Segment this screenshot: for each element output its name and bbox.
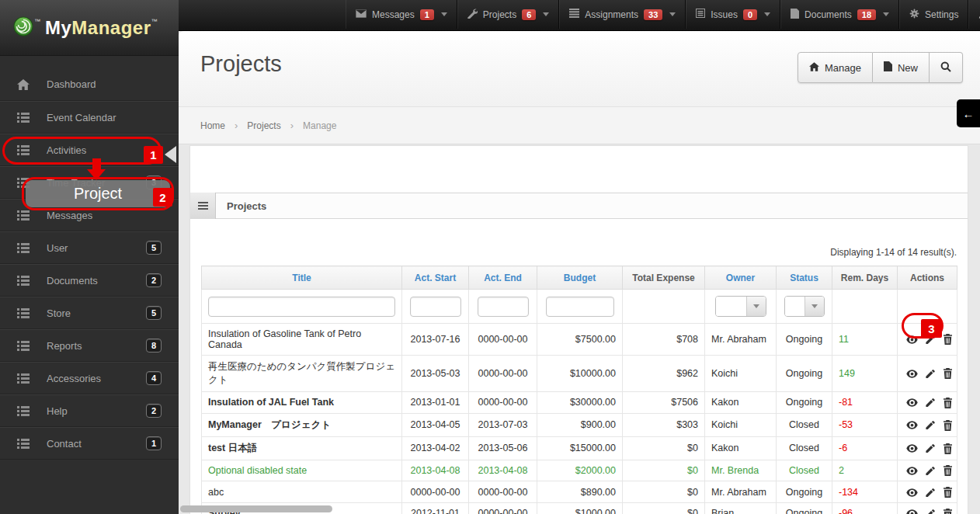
view-eye-icon[interactable] bbox=[906, 398, 918, 408]
cell-owner: Kakon bbox=[705, 436, 777, 460]
column-header-budget[interactable]: Budget bbox=[537, 266, 623, 290]
app-logo[interactable]: ™ MyManager ™ bbox=[0, 0, 179, 56]
title-filter-input[interactable] bbox=[208, 297, 395, 317]
cell-owner: Koichi bbox=[705, 356, 777, 392]
view-eye-icon[interactable] bbox=[906, 488, 918, 498]
new-button[interactable]: New bbox=[873, 52, 930, 83]
cell-rem-days: 11 bbox=[832, 324, 898, 356]
owner-filter-select[interactable] bbox=[715, 296, 766, 317]
edit-pencil-icon[interactable] bbox=[925, 420, 935, 430]
cell-status: Ongoing bbox=[777, 324, 832, 356]
status-filter-select[interactable] bbox=[784, 296, 825, 317]
nav-user-button[interactable]: Kakon Nag bbox=[968, 0, 980, 29]
nav-documents-button[interactable]: Documents 18 bbox=[780, 0, 899, 29]
sidebar-item-documents[interactable]: Documents 2 bbox=[0, 264, 179, 297]
breadcrumb-projects[interactable]: Projects bbox=[247, 120, 280, 131]
view-eye-icon[interactable] bbox=[906, 420, 918, 430]
breadcrumb-separator: › bbox=[235, 120, 238, 131]
cell-actions bbox=[898, 392, 957, 414]
panel-collapse-button[interactable] bbox=[190, 193, 216, 219]
sidebar-item-reports[interactable]: Reports 8 bbox=[0, 329, 179, 362]
sidebar-item-help[interactable]: Help 2 bbox=[0, 394, 179, 427]
delete-trash-icon[interactable] bbox=[943, 443, 953, 454]
column-header-act-start[interactable]: Act. Start bbox=[402, 266, 469, 290]
nav-issues-button[interactable]: Issues 0 bbox=[686, 0, 780, 29]
edit-pencil-icon[interactable] bbox=[925, 509, 935, 514]
view-eye-icon[interactable] bbox=[906, 466, 918, 476]
sidebar-item-label: Messages bbox=[47, 210, 92, 221]
nav-settings-button[interactable]: Settings bbox=[899, 0, 968, 29]
act-start-filter-input[interactable] bbox=[410, 297, 461, 317]
issues-doc-icon bbox=[696, 9, 711, 20]
cell-actions bbox=[898, 356, 957, 392]
sidebar-item-store[interactable]: Store 5 bbox=[0, 297, 179, 329]
act-end-filter-input[interactable] bbox=[478, 297, 529, 317]
nav-item-label: Settings bbox=[925, 9, 958, 20]
nav-assignments-button[interactable]: Assignments 33 bbox=[559, 0, 686, 29]
table-row: MyManager プロジェクト 2013-04-05 2013-07-03 $… bbox=[202, 413, 957, 436]
dropdown-caret-icon[interactable] bbox=[747, 297, 766, 316]
breadcrumb-manage: Manage bbox=[303, 120, 336, 131]
collapse-sidebar-button[interactable]: ← bbox=[957, 99, 980, 127]
nav-messages-badge: 1 bbox=[420, 9, 434, 20]
cell-act-end: 0000-00-00 bbox=[469, 503, 537, 514]
column-header-status[interactable]: Status bbox=[777, 266, 832, 290]
cell-rem-days: -53 bbox=[832, 413, 898, 436]
sidebar-badge: 1 bbox=[146, 436, 162, 450]
view-eye-icon[interactable] bbox=[906, 443, 918, 453]
table-row: abc 0000-00-00 0000-00-00 $890.00 $0 Mr.… bbox=[202, 481, 957, 503]
cell-actions bbox=[898, 460, 957, 481]
breadcrumb-home[interactable]: Home bbox=[200, 120, 225, 131]
sidebar-item-contact[interactable]: Contact 1 bbox=[0, 427, 179, 460]
sidebar-item-accessories[interactable]: Accessories 4 bbox=[0, 362, 179, 394]
nav-documents-badge: 18 bbox=[857, 9, 876, 20]
new-file-icon bbox=[884, 61, 898, 74]
sidebar-item-dashboard[interactable]: Dashboard bbox=[0, 68, 179, 101]
manage-button[interactable]: Manage bbox=[798, 52, 873, 83]
cell-act-start: 2013-05-03 bbox=[402, 356, 469, 392]
sidebar-item-user[interactable]: User 5 bbox=[0, 231, 179, 264]
edit-pencil-icon[interactable] bbox=[925, 466, 935, 476]
edit-pencil-icon[interactable] bbox=[925, 443, 935, 453]
sidebar-badge: 5 bbox=[146, 241, 162, 255]
cell-total-expense: $0 bbox=[623, 436, 705, 460]
nav-item-label: Messages bbox=[372, 9, 415, 20]
search-button[interactable] bbox=[930, 52, 963, 83]
delete-trash-icon[interactable] bbox=[943, 368, 953, 379]
column-header-title[interactable]: Title bbox=[202, 266, 402, 290]
column-header-owner[interactable]: Owner bbox=[705, 266, 777, 290]
sidebar-item-label: Event Calendar bbox=[47, 112, 116, 123]
list-icon bbox=[17, 406, 30, 416]
dropdown-caret-icon[interactable] bbox=[805, 297, 824, 316]
sidebar-item-event-calendar[interactable]: Event Calendar bbox=[0, 101, 179, 134]
nav-messages-button[interactable]: Messages 1 bbox=[346, 0, 457, 29]
column-header-act-end[interactable]: Act. End bbox=[469, 266, 537, 290]
sidebar-item-label: Documents bbox=[47, 275, 98, 287]
cell-act-start: 2013-04-02 bbox=[402, 436, 469, 460]
nav-item-label: Documents bbox=[805, 9, 852, 20]
annotation-down-arrow bbox=[92, 158, 101, 169]
delete-trash-icon[interactable] bbox=[943, 487, 953, 498]
hamburger-icon bbox=[198, 205, 208, 207]
nav-issues-badge: 0 bbox=[743, 9, 757, 20]
annotation-step-2: 2 bbox=[153, 188, 172, 207]
cell-total-expense: $0 bbox=[623, 503, 705, 514]
horizontal-scrollbar-thumb[interactable] bbox=[180, 505, 332, 512]
arrow-left-icon: ← bbox=[963, 107, 975, 120]
list-icon bbox=[17, 276, 30, 286]
chevron-down-icon bbox=[764, 12, 770, 16]
delete-trash-icon[interactable] bbox=[943, 420, 953, 431]
delete-trash-icon[interactable] bbox=[943, 465, 953, 476]
edit-pencil-icon[interactable] bbox=[925, 398, 935, 408]
delete-trash-icon[interactable] bbox=[943, 509, 953, 514]
cell-act-end: 0000-00-00 bbox=[469, 356, 537, 392]
edit-pencil-icon[interactable] bbox=[925, 369, 935, 379]
budget-filter-input[interactable] bbox=[546, 297, 614, 317]
view-eye-icon[interactable] bbox=[906, 509, 918, 514]
view-eye-icon[interactable] bbox=[906, 369, 918, 379]
nav-item-label: Projects bbox=[483, 9, 516, 20]
delete-trash-icon[interactable] bbox=[943, 398, 953, 408]
edit-pencil-icon[interactable] bbox=[925, 488, 935, 498]
delete-trash-icon[interactable] bbox=[943, 334, 953, 345]
nav-projects-button[interactable]: Projects 6 bbox=[457, 0, 559, 29]
